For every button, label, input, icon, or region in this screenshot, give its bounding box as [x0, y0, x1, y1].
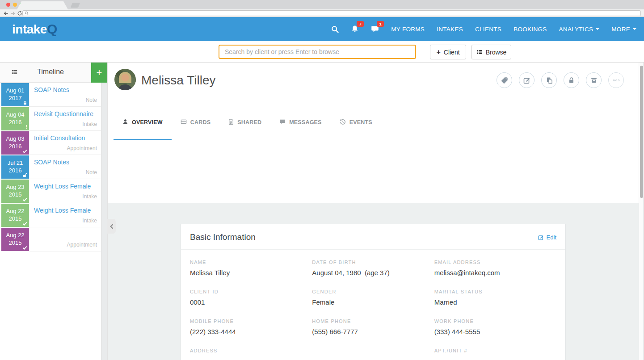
- more-actions-button[interactable]: [608, 72, 624, 88]
- forward-button[interactable]: [10, 11, 16, 16]
- timeline-date-badge: Aug 222015: [1, 204, 29, 227]
- timeline-item-type: Intake: [82, 121, 97, 127]
- timeline-item[interactable]: Aug 032016 Initial Consultation Appointm…: [0, 131, 101, 155]
- close-window-button[interactable]: [6, 3, 10, 7]
- credit-card-icon: [181, 119, 187, 125]
- app-header: intakeQ 7 1 MY FORMS INTAKES CLIENTS BOO…: [0, 17, 644, 41]
- timeline-item[interactable]: Aug 042016 ! Revisit Questionnaire Intak…: [0, 107, 101, 131]
- client-header: Melissa Tilley: [108, 63, 639, 103]
- check-icon: [22, 149, 27, 154]
- field-client-id: CLIENT ID 0001: [190, 289, 312, 307]
- intakeq-logo[interactable]: intakeQ: [12, 21, 57, 37]
- timeline-item-title[interactable]: Initial Consultation: [29, 131, 101, 142]
- tab-messages[interactable]: MESSAGES: [270, 119, 330, 140]
- tab-overview[interactable]: OVERVIEW: [114, 119, 172, 140]
- field-address: ADDRESS 14 S Las Vegas Blvd, Las Vegas, …: [190, 348, 434, 360]
- minimize-window-button[interactable]: [13, 3, 17, 7]
- field-mobile-phone: MOBILE PHONE (222) 333-4444: [190, 318, 312, 336]
- timeline-item[interactable]: Aug 232015 Weight Loss Female Intake: [0, 179, 101, 203]
- chevron-down-icon: [596, 28, 599, 30]
- nav-my-forms[interactable]: MY FORMS: [391, 26, 425, 33]
- card-title: Basic Information: [190, 232, 556, 242]
- copy-button[interactable]: [541, 72, 557, 88]
- timeline-item-title[interactable]: Weight Loss Female: [29, 179, 101, 190]
- client-name: Melissa Tilley: [141, 73, 215, 88]
- timeline-date-badge: Jul 212016: [1, 155, 29, 179]
- main-panel: Melissa Tilley: [107, 63, 639, 360]
- timeline-item-title[interactable]: SOAP Notes: [29, 155, 101, 166]
- timeline-date-badge: Aug 222015: [1, 228, 29, 251]
- field-name: NAME Melissa Tilley: [190, 260, 312, 277]
- client-search-input[interactable]: [219, 45, 416, 59]
- client-tabs: OVERVIEW CARDS SHARED MESSAGES EVENTS: [108, 103, 639, 140]
- add-timeline-item-button[interactable]: +: [91, 63, 107, 83]
- ellipsis-icon: [613, 79, 620, 82]
- timeline-item[interactable]: Aug 222015 Weight Loss Female Intake: [0, 203, 101, 227]
- nav-more[interactable]: MORE: [611, 26, 636, 33]
- list-icon: [476, 49, 483, 55]
- chat-bubble-icon: [279, 119, 286, 125]
- scrollbar-thumb[interactable]: [640, 66, 643, 198]
- nav-clients[interactable]: CLIENTS: [475, 26, 501, 33]
- timeline-item-title[interactable]: SOAP Notes: [29, 83, 101, 93]
- search-icon: [25, 11, 29, 15]
- notifications-bell-icon[interactable]: 7: [351, 25, 359, 33]
- overview-content: Basic Information Edit NAME Melissa Till…: [108, 203, 639, 360]
- chevron-down-icon: [633, 28, 636, 30]
- basic-info-card: Basic Information Edit NAME Melissa Till…: [181, 224, 566, 360]
- avatar[interactable]: [114, 69, 136, 90]
- archive-button[interactable]: [586, 72, 602, 88]
- lock-icon: [23, 100, 27, 105]
- nav-intakes[interactable]: INTAKES: [437, 26, 463, 33]
- timeline-item[interactable]: Aug 012017 SOAP Notes Note: [0, 83, 101, 107]
- notification-count-badge: 7: [357, 21, 364, 27]
- nav-bookings[interactable]: BOOKINGS: [514, 26, 547, 33]
- timeline-item-type: Intake: [82, 193, 97, 200]
- chevron-left-icon: [109, 223, 114, 230]
- tab-shared[interactable]: SHARED: [219, 119, 270, 140]
- pencil-square-icon: [523, 77, 530, 84]
- timeline-date-badge: Aug 012017: [1, 83, 29, 106]
- timeline-item-type: Intake: [82, 218, 97, 224]
- refresh-icon[interactable]: [17, 11, 22, 16]
- browser-tab[interactable]: [17, 1, 68, 9]
- timeline-item-type: Appointment: [67, 242, 97, 248]
- lock-button[interactable]: [564, 72, 579, 88]
- field-marital-status: MARITAL STATUS Married: [434, 289, 556, 307]
- timeline-item-title[interactable]: [29, 227, 101, 231]
- timeline-item[interactable]: Aug 222015 Appointment: [0, 227, 101, 251]
- timeline-item-type: Note: [86, 169, 97, 176]
- field-apt-unit: APT./UNIT #: [434, 348, 556, 360]
- check-icon: [22, 197, 27, 202]
- document-icon: [228, 119, 234, 125]
- person-icon: [122, 119, 128, 125]
- tag-button[interactable]: [497, 72, 512, 88]
- exclamation-icon: !: [25, 125, 27, 130]
- map-pin-icon[interactable]: [341, 356, 375, 360]
- tab-cards[interactable]: CARDS: [172, 119, 219, 140]
- search-icon[interactable]: [331, 25, 339, 33]
- browse-button[interactable]: Browse: [471, 45, 511, 59]
- browser-tab-bar: [0, 0, 644, 9]
- pencil-square-icon: [538, 234, 544, 240]
- timeline-item-title[interactable]: Revisit Questionnaire: [29, 107, 101, 117]
- timeline-header: Timeline +: [0, 63, 101, 83]
- timeline-item-title[interactable]: Weight Loss Female: [29, 203, 101, 214]
- timeline-list: Aug 012017 SOAP Notes Note Aug 042016 ! …: [0, 83, 101, 251]
- vertical-scrollbar: [639, 63, 643, 360]
- sidebar-collapse-handle[interactable]: [107, 219, 116, 234]
- add-client-button[interactable]: + Client: [430, 45, 466, 59]
- edit-basic-info-link[interactable]: Edit: [538, 234, 556, 241]
- url-bar[interactable]: [22, 10, 641, 16]
- messages-bubble-icon[interactable]: 1: [371, 25, 379, 33]
- tab-events[interactable]: EVENTS: [331, 119, 381, 140]
- new-tab-button[interactable]: [71, 3, 80, 8]
- timeline-date-badge: Aug 042016 !: [1, 107, 29, 130]
- timeline-item[interactable]: Jul 212016 SOAP Notes Note: [0, 155, 101, 179]
- browser-toolbar: [0, 9, 644, 17]
- nav-analytics[interactable]: ANALYTICS: [559, 26, 600, 33]
- back-button[interactable]: [3, 11, 8, 16]
- edit-button[interactable]: [519, 72, 535, 88]
- message-count-badge: 1: [377, 21, 384, 27]
- field-email-address: EMAIL ADDRESS melissa@intakeq.com: [434, 260, 556, 277]
